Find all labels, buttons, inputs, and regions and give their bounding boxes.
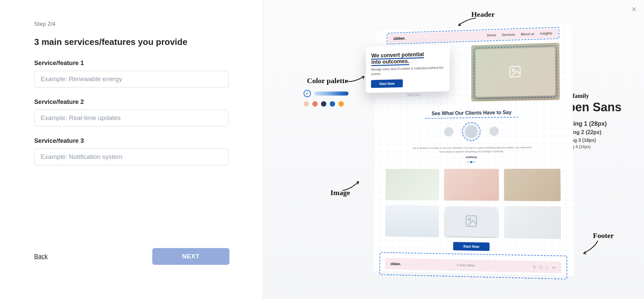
- preview-hero-card: We convert potential into outcomes. Mana…: [366, 44, 450, 93]
- svg-point-3: [468, 218, 471, 221]
- preview-footer-brand: zibber.: [390, 262, 401, 266]
- preview-gallery: [385, 169, 561, 239]
- arrow-footer-icon: [582, 240, 599, 255]
- gallery-cell-placeholder: [444, 205, 499, 238]
- palette-gradient: [314, 92, 348, 96]
- arrow-image-icon: [341, 180, 360, 192]
- instagram-icon: ▢: [539, 265, 542, 269]
- nav-item: Insights: [540, 31, 552, 35]
- gallery-cell: [504, 169, 560, 201]
- twitter-icon: 𝕏: [533, 265, 536, 269]
- next-button[interactable]: NEXT: [152, 248, 229, 265]
- annotation-palette: Color palette: [307, 76, 348, 85]
- website-preview: zibber. Home Services About us Insights …: [373, 23, 575, 276]
- preview-hero-title: We convert potential into outcomes.: [371, 51, 444, 65]
- gallery-cell: [385, 205, 439, 237]
- field-service-2: Service/feature 2: [34, 98, 229, 126]
- input-service-1[interactable]: [34, 71, 229, 87]
- preview-testimonial: The AI Builder is so easy to use and eve…: [410, 145, 534, 154]
- gallery-cell: [504, 206, 561, 239]
- label-service-1: Service/feature 1: [34, 59, 229, 67]
- image-placeholder-icon: [508, 65, 522, 80]
- nav-item: Services: [502, 33, 515, 37]
- svg-point-1: [512, 69, 515, 71]
- arrow-palette-icon: [345, 74, 365, 84]
- preview-cta2-label: Start Now: [453, 242, 489, 251]
- gallery-cell: [444, 169, 499, 201]
- preview-ghost-cta: Start Now: [407, 93, 420, 97]
- preview-copyright: © 2022 zibber.: [457, 263, 475, 267]
- palette-swatch-coral[interactable]: [312, 101, 318, 107]
- avatar: [489, 126, 499, 136]
- page-title: 3 main services/features you provide: [34, 37, 229, 47]
- nav-item: Home: [487, 33, 496, 37]
- preview-hero: We convert potential into outcomes. Mana…: [386, 43, 560, 106]
- field-service-1: Service/feature 1: [34, 59, 229, 87]
- gallery-cell: [385, 169, 439, 200]
- label-service-3: Service/feature 3: [34, 137, 229, 144]
- color-palette: [304, 90, 361, 107]
- preview-hero-sub: Manage every kind of content in collecti…: [371, 66, 444, 76]
- discord-icon: ◌: [545, 265, 549, 269]
- palette-swatch-yellow[interactable]: [338, 101, 344, 107]
- preview-hero-image: [471, 43, 560, 101]
- step-indicator: Step 2/4: [34, 21, 229, 27]
- label-service-2: Service/feature 2: [34, 98, 229, 106]
- hero-title-line2: into outcomes.: [371, 58, 409, 66]
- preview-social: 𝕏 ▢ ◌ ▭: [533, 265, 555, 270]
- preview-nav: Home Services About us Insights: [487, 31, 552, 37]
- input-service-3[interactable]: [34, 148, 229, 165]
- palette-swatch-peach[interactable]: [304, 101, 309, 107]
- input-service-2[interactable]: [34, 110, 229, 126]
- avatar: [444, 127, 453, 136]
- back-link[interactable]: Back: [34, 253, 48, 260]
- field-service-3: Service/feature 3: [34, 137, 229, 165]
- close-icon[interactable]: ×: [632, 5, 637, 13]
- nav-item: About us: [521, 32, 534, 36]
- form-panel: Step 2/4 3 main services/features you pr…: [0, 0, 263, 299]
- preview-hero-cta: Start Now: [371, 79, 403, 88]
- svg-rect-2: [466, 216, 477, 227]
- image-placeholder-icon: [464, 214, 478, 229]
- palette-selected-icon[interactable]: [304, 90, 311, 97]
- svg-rect-0: [510, 66, 520, 77]
- preview-panel: × Header Color palette Image Footer Font…: [263, 0, 644, 299]
- palette-swatch-blue[interactable]: [330, 101, 335, 107]
- preview-avatars: [374, 121, 573, 142]
- youtube-icon: ▭: [552, 265, 555, 270]
- arrow-header-icon: [457, 17, 477, 27]
- preview-brand: zibber.: [393, 36, 406, 41]
- palette-swatch-navy[interactable]: [321, 101, 326, 107]
- annotation-footer: Footer: [593, 231, 614, 240]
- avatar-selected: [462, 122, 481, 141]
